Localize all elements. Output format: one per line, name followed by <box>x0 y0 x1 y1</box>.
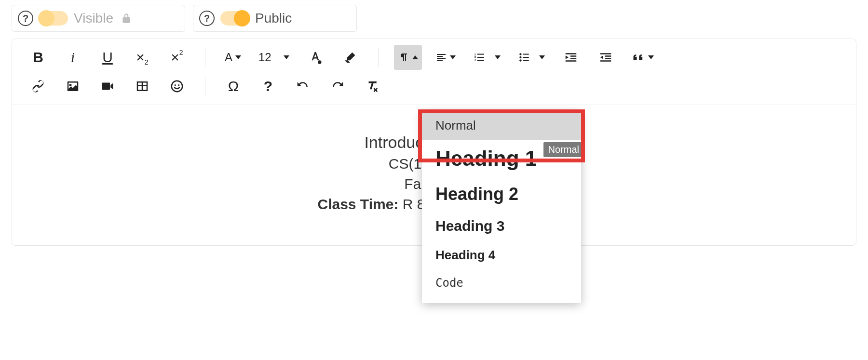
public-toggle-box: ? Public <box>193 5 357 32</box>
unordered-list-button[interactable] <box>514 45 549 70</box>
help-button[interactable]: ? <box>256 74 281 99</box>
format-option-normal[interactable]: Normal Normal <box>422 111 581 140</box>
svg-point-0 <box>318 60 322 64</box>
svg-point-3 <box>519 59 521 61</box>
visibility-toggle[interactable] <box>39 11 68 26</box>
subscript-button[interactable]: ×2 <box>130 45 155 70</box>
svg-point-6 <box>178 84 179 86</box>
format-option-h4[interactable]: Heading 4 <box>422 241 581 269</box>
font-family-button[interactable]: A <box>221 45 245 70</box>
visibility-label: Visible <box>74 11 113 26</box>
editor-container: B i U ×2 ×2 A 12 <box>12 39 856 246</box>
toolbar: B i U ×2 ×2 A 12 <box>12 39 856 105</box>
bold-button[interactable]: B <box>26 45 51 70</box>
clear-format-button[interactable] <box>360 74 385 99</box>
format-option-h2[interactable]: Heading 2 <box>422 177 581 211</box>
image-button[interactable] <box>60 74 85 99</box>
format-option-h3[interactable]: Heading 3 <box>422 211 581 241</box>
undo-button[interactable] <box>290 74 315 99</box>
help-icon[interactable]: ? <box>18 11 33 26</box>
format-option-label: Normal <box>435 118 476 133</box>
align-button[interactable] <box>432 45 460 70</box>
superscript-button[interactable]: ×2 <box>164 45 190 70</box>
ordered-list-button[interactable] <box>469 45 504 70</box>
italic-button[interactable]: i <box>60 45 85 70</box>
link-button[interactable] <box>26 74 51 99</box>
svg-point-5 <box>175 84 176 86</box>
tooltip: Normal <box>543 142 584 157</box>
font-size-button[interactable]: 12 <box>255 45 293 70</box>
indent-button[interactable] <box>558 45 583 70</box>
lock-icon <box>119 11 134 26</box>
help-icon[interactable]: ? <box>199 11 215 26</box>
outdent-button[interactable] <box>593 45 618 70</box>
svg-point-2 <box>519 56 521 58</box>
public-toggle[interactable] <box>220 11 249 26</box>
text-color-button[interactable] <box>303 45 328 70</box>
font-size-value: 12 <box>258 51 271 64</box>
svg-point-1 <box>519 53 521 55</box>
redo-button[interactable] <box>325 74 350 99</box>
svg-point-4 <box>172 81 183 92</box>
highlight-button[interactable] <box>338 45 363 70</box>
video-button[interactable] <box>95 74 120 99</box>
toolbar-separator <box>205 77 205 96</box>
paragraph-format-dropdown: Normal Normal Heading 1 Heading 2 Headin… <box>422 111 581 303</box>
quote-button[interactable] <box>628 45 658 70</box>
underline-button[interactable]: U <box>95 45 120 70</box>
paragraph-format-button[interactable] <box>394 45 422 70</box>
table-button[interactable] <box>130 74 155 99</box>
emoji-button[interactable] <box>164 74 190 99</box>
special-char-button[interactable]: Ω <box>221 74 246 99</box>
toolbar-separator <box>205 48 205 67</box>
public-label: Public <box>255 11 292 26</box>
visibility-toggle-box: ? Visible <box>12 5 185 32</box>
format-option-code[interactable]: Code <box>422 269 581 296</box>
toolbar-separator <box>378 48 379 67</box>
top-toggle-bar: ? Visible ? Public <box>0 0 868 39</box>
class-time-label: Class Time: <box>317 196 398 212</box>
